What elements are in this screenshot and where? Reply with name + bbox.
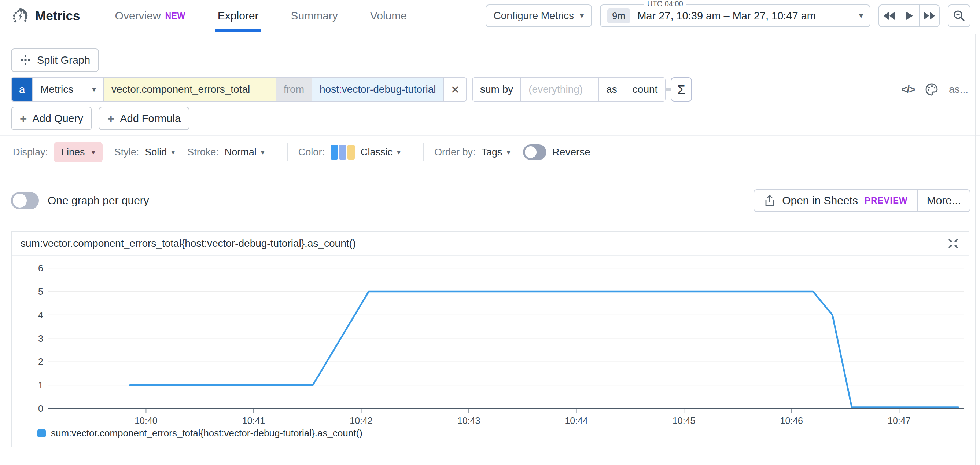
display-options-row: Display: Lines ▾ Style: Solid ▾ Stroke: … — [13, 141, 590, 164]
color-scheme-dropdown[interactable]: Classic — [361, 147, 393, 158]
svg-text:10:47: 10:47 — [888, 416, 910, 425]
svg-text:10:41: 10:41 — [242, 416, 265, 425]
query-row: a Metrics ▾ vector.component_errors_tota… — [11, 77, 692, 102]
metrics-gauge-icon — [11, 6, 29, 25]
rollup-count-button[interactable]: count — [625, 78, 665, 101]
tab-explorer[interactable]: Explorer — [218, 0, 259, 32]
svg-text:10:46: 10:46 — [780, 416, 803, 425]
expand-icon[interactable] — [947, 237, 960, 250]
export-icon — [764, 194, 775, 207]
as-more-button[interactable]: as... — [949, 84, 968, 96]
query-group-aggregation: sum by (everything) as count — [472, 77, 665, 102]
close-icon: ✕ — [450, 83, 460, 96]
order-by-label: Order by: — [434, 147, 476, 158]
zoom-out-icon — [953, 9, 966, 22]
chevron-down-icon: ▾ — [580, 12, 584, 20]
svg-text:6: 6 — [38, 263, 43, 273]
scrollbar[interactable] — [975, 34, 976, 465]
add-buttons-row: + Add Query + Add Formula — [11, 107, 189, 130]
style-dropdown[interactable]: Solid — [145, 147, 167, 158]
chart-plot[interactable]: 012345610:4010:4110:4210:4310:4410:4510:… — [12, 256, 969, 425]
query-group-main: a Metrics ▾ vector.component_errors_tota… — [11, 77, 467, 102]
legend-swatch — [37, 429, 46, 438]
chart-panel: sum:vector.component_errors_total{host:v… — [11, 231, 969, 447]
more-button[interactable]: More... — [917, 189, 970, 212]
chevron-down-icon: ▾ — [261, 148, 265, 157]
display-type-dropdown[interactable]: Lines ▾ — [54, 142, 103, 162]
chart-legend[interactable]: sum:vector.component_errors_total{host:v… — [12, 428, 969, 439]
time-range-text: Mar 27, 10:39 am – Mar 27, 10:47 am — [637, 10, 859, 22]
svg-text:5: 5 — [38, 287, 43, 297]
chevron-down-icon: ▾ — [171, 148, 175, 157]
reverse-toggle[interactable] — [523, 145, 546, 160]
tab-overview[interactable]: Overview NEW — [115, 0, 185, 32]
new-badge: NEW — [165, 11, 185, 21]
play-button[interactable] — [899, 5, 920, 27]
chart-titlebar: sum:vector.component_errors_total{host:v… — [12, 232, 969, 256]
svg-text:10:43: 10:43 — [457, 416, 480, 425]
filter-tag-input[interactable]: host:vector-debug-tutorial — [312, 78, 444, 101]
legend-label: sum:vector.component_errors_total{host:v… — [51, 428, 363, 439]
one-graph-label: One graph per query — [48, 194, 149, 207]
code-view-icon[interactable]: </> — [901, 84, 915, 96]
order-by-dropdown[interactable]: Tags — [482, 147, 503, 158]
tab-summary[interactable]: Summary — [291, 0, 337, 32]
tab-volume[interactable]: Volume — [370, 0, 407, 32]
color-palette-swatch[interactable] — [331, 145, 355, 159]
plus-icon: + — [107, 113, 115, 125]
svg-text:1: 1 — [38, 380, 43, 390]
query-letter-badge: a — [12, 78, 32, 101]
divider — [287, 143, 288, 161]
chevron-down-icon: ▾ — [92, 86, 96, 94]
svg-text:2: 2 — [38, 357, 43, 367]
shift-forward-button[interactable] — [919, 5, 940, 27]
metric-name-input[interactable]: vector.component_errors_total — [103, 78, 275, 101]
time-shift-controls — [878, 5, 940, 27]
add-formula-button[interactable]: + Add Formula — [99, 107, 189, 130]
svg-text:10:40: 10:40 — [135, 416, 157, 425]
as-label: as — [598, 78, 625, 101]
top-nav: Metrics Overview NEW Explorer Summary Vo… — [0, 0, 980, 32]
range-shortcut-badge: 9m — [607, 8, 630, 24]
one-graph-toggle[interactable] — [11, 192, 39, 209]
sigma-connector — [665, 88, 671, 91]
chart-title: sum:vector.component_errors_total{host:v… — [21, 237, 356, 249]
add-query-button[interactable]: + Add Query — [11, 107, 92, 130]
from-label: from — [275, 78, 312, 101]
query-source-dropdown[interactable]: Metrics ▾ — [32, 78, 103, 101]
svg-text:10:42: 10:42 — [350, 416, 372, 425]
chevron-down-icon: ▾ — [397, 148, 401, 157]
style-label: Style: — [115, 147, 139, 158]
group-by-input[interactable]: (everything) — [520, 78, 598, 101]
preview-badge: PREVIEW — [865, 196, 908, 206]
divider — [423, 143, 424, 161]
shift-back-button[interactable] — [878, 5, 899, 27]
clear-filter-button[interactable]: ✕ — [444, 78, 466, 101]
play-icon — [905, 11, 914, 21]
skip-back-icon — [883, 11, 895, 21]
svg-text:3: 3 — [38, 333, 43, 344]
palette-icon[interactable] — [925, 83, 939, 96]
color-label: Color: — [298, 147, 325, 158]
top-right-controls: Configure Metrics ▾ UTC-04:00 9m Mar 27,… — [485, 5, 970, 27]
open-in-sheets-button[interactable]: Open in Sheets PREVIEW — [754, 189, 918, 212]
sheets-actions: Open in Sheets PREVIEW More... — [754, 189, 970, 212]
chevron-down-icon: ▾ — [507, 148, 511, 157]
configure-metrics-button[interactable]: Configure Metrics ▾ — [485, 5, 592, 27]
split-graph-icon — [20, 54, 32, 66]
sigma-function-button[interactable]: Σ — [671, 77, 692, 102]
query-row-tools: </> as... — [901, 77, 968, 102]
stroke-label: Stroke: — [187, 147, 219, 158]
stroke-dropdown[interactable]: Normal — [225, 147, 256, 158]
svg-text:10:45: 10:45 — [673, 416, 695, 425]
one-graph-per-query: One graph per query — [11, 192, 149, 209]
metrics-explorer-page: Metrics Overview NEW Explorer Summary Vo… — [0, 0, 980, 465]
sum-by-button[interactable]: sum by — [473, 78, 520, 101]
skip-forward-icon — [923, 11, 935, 21]
display-label: Display: — [13, 147, 48, 158]
svg-text:10:44: 10:44 — [565, 416, 588, 425]
zoom-out-button[interactable] — [948, 5, 970, 27]
graph-controls-row: One graph per query Open in Sheets PREVI… — [11, 189, 970, 212]
time-range-selector[interactable]: UTC-04:00 9m Mar 27, 10:39 am – Mar 27, … — [600, 5, 870, 27]
split-graph-button[interactable]: Split Graph — [11, 48, 99, 72]
